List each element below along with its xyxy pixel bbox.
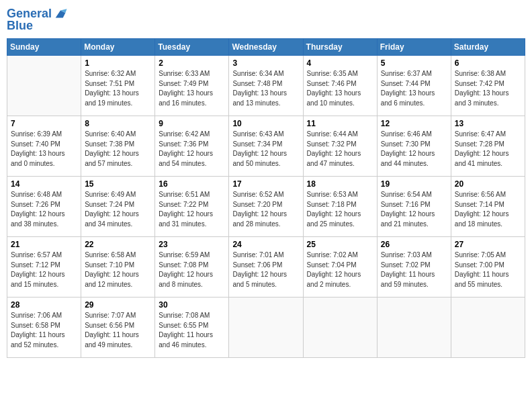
day-of-week-header: Saturday — [451, 39, 525, 56]
day-detail: Sunrise: 6:42 AM Sunset: 7:36 PM Dayligh… — [159, 130, 225, 169]
day-detail: Sunrise: 6:33 AM Sunset: 7:49 PM Dayligh… — [159, 69, 225, 108]
calendar-day-cell: 6 Sunrise: 6:38 AM Sunset: 7:42 PM Dayli… — [451, 56, 525, 116]
day-number: 8 — [85, 119, 151, 128]
day-detail: Sunrise: 7:03 AM Sunset: 7:02 PM Dayligh… — [381, 250, 447, 289]
day-number: 13 — [455, 119, 521, 128]
day-detail: Sunrise: 6:34 AM Sunset: 7:48 PM Dayligh… — [232, 69, 299, 108]
day-detail: Sunrise: 6:53 AM Sunset: 7:18 PM Dayligh… — [307, 190, 373, 229]
calendar-day-cell: 23 Sunrise: 6:59 AM Sunset: 7:08 PM Dayl… — [155, 237, 229, 298]
day-number: 19 — [381, 179, 447, 189]
calendar-week-row: 14 Sunrise: 6:48 AM Sunset: 7:26 PM Dayl… — [7, 177, 525, 237]
calendar-day-cell — [7, 56, 81, 116]
day-number: 24 — [232, 240, 299, 249]
day-number: 12 — [381, 119, 447, 128]
day-number: 28 — [11, 300, 77, 310]
day-detail: Sunrise: 6:43 AM Sunset: 7:34 PM Dayligh… — [232, 130, 299, 169]
day-detail: Sunrise: 6:56 AM Sunset: 7:14 PM Dayligh… — [455, 190, 521, 229]
day-detail: Sunrise: 7:07 AM Sunset: 6:56 PM Dayligh… — [85, 311, 151, 350]
day-of-week-header: Monday — [81, 39, 155, 56]
calendar-day-cell: 8 Sunrise: 6:40 AM Sunset: 7:38 PM Dayli… — [81, 116, 155, 177]
calendar-day-cell: 26 Sunrise: 7:03 AM Sunset: 7:02 PM Dayl… — [377, 237, 451, 298]
calendar-day-cell: 13 Sunrise: 6:47 AM Sunset: 7:28 PM Dayl… — [451, 116, 525, 177]
calendar-day-cell: 30 Sunrise: 7:08 AM Sunset: 6:55 PM Dayl… — [155, 298, 229, 358]
day-detail: Sunrise: 6:39 AM Sunset: 7:40 PM Dayligh… — [11, 130, 77, 169]
day-number: 1 — [85, 58, 151, 68]
day-number: 16 — [159, 179, 225, 189]
day-of-week-header: Tuesday — [155, 39, 229, 56]
calendar-day-cell: 17 Sunrise: 6:52 AM Sunset: 7:20 PM Dayl… — [229, 177, 303, 237]
day-number: 17 — [232, 179, 299, 189]
day-number: 2 — [159, 58, 225, 68]
day-detail: Sunrise: 6:59 AM Sunset: 7:08 PM Dayligh… — [159, 250, 225, 289]
day-of-week-header: Sunday — [7, 39, 81, 56]
day-detail: Sunrise: 7:08 AM Sunset: 6:55 PM Dayligh… — [159, 311, 225, 350]
calendar-day-cell: 2 Sunrise: 6:33 AM Sunset: 7:49 PM Dayli… — [155, 56, 229, 116]
calendar-day-cell — [229, 298, 303, 358]
calendar-day-cell: 7 Sunrise: 6:39 AM Sunset: 7:40 PM Dayli… — [7, 116, 81, 177]
calendar-day-cell: 22 Sunrise: 6:58 AM Sunset: 7:10 PM Dayl… — [81, 237, 155, 298]
day-number: 15 — [85, 179, 151, 189]
day-detail: Sunrise: 6:58 AM Sunset: 7:10 PM Dayligh… — [85, 250, 151, 289]
calendar-header-row: SundayMondayTuesdayWednesdayThursdayFrid… — [7, 39, 525, 56]
day-of-week-header: Friday — [377, 39, 451, 56]
day-number: 30 — [159, 300, 225, 310]
calendar-day-cell: 4 Sunrise: 6:35 AM Sunset: 7:46 PM Dayli… — [303, 56, 377, 116]
calendar-week-row: 28 Sunrise: 7:06 AM Sunset: 6:58 PM Dayl… — [7, 298, 525, 358]
day-number: 26 — [381, 240, 447, 249]
calendar-day-cell — [451, 298, 525, 358]
calendar-day-cell — [303, 298, 377, 358]
day-detail: Sunrise: 6:40 AM Sunset: 7:38 PM Dayligh… — [85, 130, 151, 169]
calendar-day-cell: 21 Sunrise: 6:57 AM Sunset: 7:12 PM Dayl… — [7, 237, 81, 298]
calendar-day-cell: 18 Sunrise: 6:53 AM Sunset: 7:18 PM Dayl… — [303, 177, 377, 237]
day-number: 22 — [85, 240, 151, 249]
day-detail: Sunrise: 6:51 AM Sunset: 7:22 PM Dayligh… — [159, 190, 225, 229]
day-detail: Sunrise: 6:35 AM Sunset: 7:46 PM Dayligh… — [307, 69, 373, 108]
calendar-day-cell: 5 Sunrise: 6:37 AM Sunset: 7:44 PM Dayli… — [377, 56, 451, 116]
day-number: 6 — [455, 58, 521, 68]
day-number: 23 — [159, 240, 225, 249]
day-number: 11 — [307, 119, 373, 128]
calendar-day-cell: 10 Sunrise: 6:43 AM Sunset: 7:34 PM Dayl… — [229, 116, 303, 177]
calendar-day-cell: 20 Sunrise: 6:56 AM Sunset: 7:14 PM Dayl… — [451, 177, 525, 237]
day-number: 7 — [11, 119, 77, 128]
calendar-week-row: 21 Sunrise: 6:57 AM Sunset: 7:12 PM Dayl… — [7, 237, 525, 298]
logo: General Blue — [7, 7, 68, 33]
day-detail: Sunrise: 6:49 AM Sunset: 7:24 PM Dayligh… — [85, 190, 151, 229]
calendar-table: SundayMondayTuesdayWednesdayThursdayFrid… — [7, 38, 525, 358]
calendar-day-cell: 24 Sunrise: 7:01 AM Sunset: 7:06 PM Dayl… — [229, 237, 303, 298]
day-detail: Sunrise: 6:47 AM Sunset: 7:28 PM Dayligh… — [455, 130, 521, 169]
day-detail: Sunrise: 6:37 AM Sunset: 7:44 PM Dayligh… — [381, 69, 447, 108]
day-number: 4 — [307, 58, 373, 68]
calendar-week-row: 1 Sunrise: 6:32 AM Sunset: 7:51 PM Dayli… — [7, 56, 525, 116]
page-header: General Blue — [7, 7, 525, 33]
day-detail: Sunrise: 6:48 AM Sunset: 7:26 PM Dayligh… — [11, 190, 77, 229]
calendar-day-cell: 28 Sunrise: 7:06 AM Sunset: 6:58 PM Dayl… — [7, 298, 81, 358]
day-detail: Sunrise: 7:01 AM Sunset: 7:06 PM Dayligh… — [232, 250, 299, 289]
day-number: 14 — [11, 179, 77, 189]
calendar-day-cell: 15 Sunrise: 6:49 AM Sunset: 7:24 PM Dayl… — [81, 177, 155, 237]
day-of-week-header: Wednesday — [229, 39, 303, 56]
calendar-day-cell — [377, 298, 451, 358]
calendar-day-cell: 19 Sunrise: 6:54 AM Sunset: 7:16 PM Dayl… — [377, 177, 451, 237]
day-detail: Sunrise: 6:57 AM Sunset: 7:12 PM Dayligh… — [11, 250, 77, 289]
day-number: 18 — [307, 179, 373, 189]
calendar-day-cell: 3 Sunrise: 6:34 AM Sunset: 7:48 PM Dayli… — [229, 56, 303, 116]
day-detail: Sunrise: 6:32 AM Sunset: 7:51 PM Dayligh… — [85, 69, 151, 108]
day-detail: Sunrise: 6:38 AM Sunset: 7:42 PM Dayligh… — [455, 69, 521, 108]
day-detail: Sunrise: 6:52 AM Sunset: 7:20 PM Dayligh… — [232, 190, 299, 229]
day-number: 21 — [11, 240, 77, 249]
calendar-day-cell: 11 Sunrise: 6:44 AM Sunset: 7:32 PM Dayl… — [303, 116, 377, 177]
calendar-day-cell: 29 Sunrise: 7:07 AM Sunset: 6:56 PM Dayl… — [81, 298, 155, 358]
day-number: 10 — [232, 119, 299, 128]
calendar-day-cell: 27 Sunrise: 7:05 AM Sunset: 7:00 PM Dayl… — [451, 237, 525, 298]
day-number: 5 — [381, 58, 447, 68]
day-detail: Sunrise: 7:02 AM Sunset: 7:04 PM Dayligh… — [307, 250, 373, 289]
day-number: 3 — [232, 58, 299, 68]
calendar-day-cell: 9 Sunrise: 6:42 AM Sunset: 7:36 PM Dayli… — [155, 116, 229, 177]
day-detail: Sunrise: 7:06 AM Sunset: 6:58 PM Dayligh… — [11, 311, 77, 350]
calendar-day-cell: 14 Sunrise: 6:48 AM Sunset: 7:26 PM Dayl… — [7, 177, 81, 237]
day-of-week-header: Thursday — [303, 39, 377, 56]
day-number: 29 — [85, 300, 151, 310]
day-number: 25 — [307, 240, 373, 249]
calendar-day-cell: 25 Sunrise: 7:02 AM Sunset: 7:04 PM Dayl… — [303, 237, 377, 298]
